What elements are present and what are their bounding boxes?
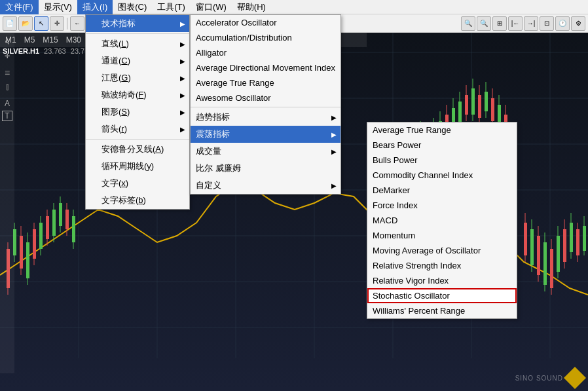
tech-indicators-label: 技术指标 <box>101 18 136 29</box>
osc-bears[interactable]: Bears Power <box>367 138 517 153</box>
toolbar-crosshair[interactable]: ✛ <box>50 16 64 31</box>
tech-accum-dist[interactable]: Accumulation/Distribution <box>191 30 340 45</box>
tech-admi[interactable]: Average Directional Movement Index <box>191 60 340 75</box>
tech-volume[interactable]: 成交量 ▶ <box>191 143 340 160</box>
osc-stochastic-label: Stochastic Oscillator <box>373 291 450 301</box>
insert-sep2 <box>86 139 189 140</box>
menu-line[interactable]: 直线(L) ▶ <box>86 35 189 52</box>
oscillator-arrow: ▶ <box>331 131 337 138</box>
toolbar-cursor[interactable]: ↖ <box>34 16 48 31</box>
menu-chart[interactable]: 图表(C) <box>113 0 152 14</box>
toolbar-config[interactable]: ⚙ <box>571 16 585 31</box>
price1-label: 23.763 <box>44 47 66 55</box>
draw-line-sep: ≡ <box>1 66 14 79</box>
toolbar-period-sep1[interactable]: |← <box>508 16 523 31</box>
accelerator-label: Accelerator Oscillator <box>196 18 277 28</box>
tech-trend[interactable]: 趋势指标 ▶ <box>191 109 340 126</box>
menu-shapes[interactable]: 图形(S) ▶ <box>86 103 189 121</box>
draw-crosshair[interactable]: ✛ <box>1 49 14 62</box>
menu-help[interactable]: 帮助(H) <box>232 0 271 14</box>
toolbar-template[interactable]: ⊡ <box>540 16 554 31</box>
tech-atr[interactable]: Average True Range <box>191 75 340 90</box>
tech-awesome[interactable]: Awesome Oscillator <box>191 90 340 105</box>
osc-bulls[interactable]: Bulls Power <box>367 153 517 168</box>
menu-andrews[interactable]: 安德鲁分叉线(A) <box>86 141 189 158</box>
atr-label: Average True Range <box>196 78 274 88</box>
toolbar-clock[interactable]: 🕐 <box>555 16 570 31</box>
tech-oscillator[interactable]: 震荡指标 ▶ <box>191 126 340 143</box>
fibonacci-arrow: ▶ <box>180 75 185 82</box>
menu-tech-indicators[interactable]: 技术指标 ▶ <box>86 15 189 32</box>
toolbar-grid[interactable]: ⊞ <box>492 16 507 31</box>
osc-force[interactable]: Force Index <box>367 198 517 213</box>
toolbar-back[interactable]: ← <box>70 16 84 31</box>
price-label: SILVER.H1 23.763 23.769 <box>3 47 92 55</box>
tech-sep1 <box>191 107 340 107</box>
menu-cycle[interactable]: 循环周期线(y) <box>86 158 189 175</box>
menu-text[interactable]: 文字(x) <box>86 175 189 192</box>
osc-cci[interactable]: Commodity Channel Index <box>367 168 517 183</box>
toolbar-zoom-out[interactable]: 🔍 <box>477 16 491 31</box>
shapes-label: 图形(S) <box>101 106 130 118</box>
menu-window[interactable]: 窗口(W) <box>191 0 232 14</box>
timebar-m15[interactable]: M15 <box>40 35 60 45</box>
tech-custom[interactable]: 自定义 ▶ <box>191 177 340 194</box>
andrews-label: 安德鲁分叉线(A) <box>101 143 164 155</box>
line-arrow: ▶ <box>180 41 185 48</box>
custom-arrow: ▶ <box>331 182 337 189</box>
menu-fibonacci[interactable]: 江恩(G) ▶ <box>86 69 189 86</box>
brand-text: SINO SOUND <box>515 375 563 382</box>
menu-file[interactable]: 文件(F) <box>0 0 39 14</box>
osc-williams[interactable]: Williams' Percent Range <box>367 303 517 318</box>
osc-demarker-label: DeMarker <box>373 185 410 195</box>
osc-rsi[interactable]: Relative Strength Index <box>367 258 517 273</box>
timebar-m5[interactable]: M5 <box>22 35 38 45</box>
toolbar-new[interactable]: 📄 <box>3 16 17 31</box>
oscillator-label: 震荡指标 <box>196 128 230 140</box>
osc-stochastic[interactable]: Stochastic Oscillator <box>367 288 517 303</box>
menu-tools[interactable]: 工具(T) <box>152 0 191 14</box>
logo-diamond <box>564 367 586 389</box>
draw-cursor[interactable]: ↖ <box>1 35 14 48</box>
tech-alligator[interactable]: Alligator <box>191 45 340 60</box>
volume-arrow: ▶ <box>331 148 337 155</box>
tech-bill[interactable]: 比尔 威廉姆 <box>191 160 340 177</box>
osc-bulls-label: Bulls Power <box>373 155 418 165</box>
osc-bears-label: Bears Power <box>373 140 421 150</box>
osc-mao[interactable]: Moving Average of Oscillator <box>367 243 517 258</box>
toolbar-period-sep2[interactable]: →| <box>524 16 538 31</box>
awesome-label: Awesome Oscillator <box>196 93 271 103</box>
trend-label: 趋势指标 <box>196 111 230 123</box>
menu-view[interactable]: 显示(V) <box>39 0 77 14</box>
tech-indicators-arrow: ▶ <box>180 20 185 28</box>
tech-accelerator[interactable]: Accelerator Oscillator <box>191 15 340 30</box>
menu-insert[interactable]: 插入(I) <box>77 0 113 14</box>
osc-rvi[interactable]: Relative Vigor Index <box>367 273 517 288</box>
menu-arrow[interactable]: 箭头(r) ▶ <box>86 121 189 138</box>
osc-momentum[interactable]: Momentum <box>367 228 517 243</box>
toolbar-zoom-in[interactable]: 🔍 <box>461 16 475 31</box>
channel-label: 通道(C) <box>101 55 130 67</box>
menu-text-label[interactable]: 文字标签(b) <box>86 192 189 209</box>
timebar-m30[interactable]: M30 <box>64 35 84 45</box>
arrow-label: 箭头(r) <box>101 123 127 135</box>
osc-demarker[interactable]: DeMarker <box>367 183 517 198</box>
menu-channel[interactable]: 通道(C) ▶ <box>86 52 189 69</box>
draw-text-label[interactable]: T <box>2 111 12 121</box>
osc-mao-label: Moving Average of Oscillator <box>373 246 481 255</box>
insert-menu-dropdown: 技术指标 ▶ 直线(L) ▶ 通道(C) ▶ 江恩(G) ▶ 驰波纳奇(F) ▶… <box>85 14 190 210</box>
text-label-label: 文字标签(b) <box>101 195 146 206</box>
draw-text-a[interactable]: A <box>1 97 14 110</box>
tech-indicators-submenu: Accelerator Oscillator Accumulation/Dist… <box>190 14 341 195</box>
toolbar-open[interactable]: 📂 <box>18 16 33 31</box>
left-drawing-tools: ↖ ✛ ≡ ⫿ A T <box>0 33 14 373</box>
insert-sep1 <box>86 33 189 34</box>
osc-atr[interactable]: Average True Range <box>367 122 517 138</box>
menubar: 文件(F) 显示(V) 插入(I) 图表(C) 工具(T) 窗口(W) 帮助(H… <box>0 0 588 14</box>
trend-arrow: ▶ <box>331 114 337 121</box>
oscillator-submenu: Average True Range Bears Power Bulls Pow… <box>367 122 517 319</box>
osc-macd[interactable]: MACD <box>367 213 517 228</box>
osc-atr-label: Average True Range <box>373 125 451 135</box>
channel-arrow: ▶ <box>180 58 185 65</box>
menu-elliott[interactable]: 驰波纳奇(F) ▶ <box>86 86 189 103</box>
